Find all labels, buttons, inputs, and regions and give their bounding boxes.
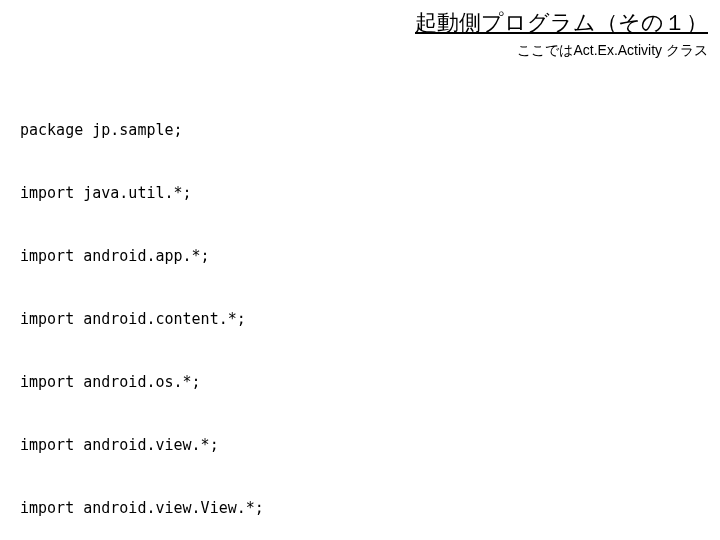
page-title: 起動側プログラム（その１） xyxy=(0,8,708,38)
code-line: package jp.sample; xyxy=(20,120,720,141)
code-line: import android.os.*; xyxy=(20,372,720,393)
code-line: import java.util.*; xyxy=(20,183,720,204)
code-line: import android.view.*; xyxy=(20,435,720,456)
code-line: import android.app.*; xyxy=(20,246,720,267)
header: 起動側プログラム（その１） ここではAct.Ex.Activity クラス xyxy=(0,0,720,60)
code-block: package jp.sample; import java.util.*; i… xyxy=(0,60,720,540)
page-subtitle: ここではAct.Ex.Activity クラス xyxy=(0,38,708,60)
code-line: import android.content.*; xyxy=(20,309,720,330)
code-line: import android.view.View.*; xyxy=(20,498,720,519)
